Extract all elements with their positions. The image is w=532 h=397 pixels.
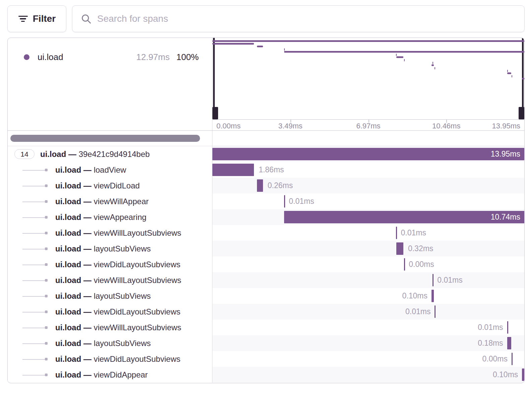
span-bar[interactable] [507,321,508,334]
span-waterfall-cell[interactable]: 0.00ms [212,351,524,367]
scroll-strip [8,131,524,146]
span-tree-cell[interactable]: ui.load — layoutSubViews [8,288,212,304]
span-row[interactable]: 14ui.load — 39e421c9d4914beb13.95ms [8,146,524,162]
span-tree-cell[interactable]: ui.load — viewWillAppear [8,193,212,209]
span-row[interactable]: ui.load — viewWillAppear0.01ms [8,193,524,209]
span-duration-label: 0.10ms [402,288,427,304]
span-row[interactable]: ui.load — loadView1.86ms [8,162,524,178]
minimap-left-handle[interactable] [212,38,218,119]
span-waterfall-cell[interactable]: 0.10ms [212,288,524,304]
minimap-span-bar [404,59,405,61]
span-tree-cell[interactable]: ui.load — loadView [8,162,212,178]
span-tree-cell[interactable]: ui.load — viewDidLayoutSubviews [8,257,212,272]
span-tree-cell[interactable]: ui.load — layoutSubViews [8,335,212,351]
span-row[interactable]: ui.load — viewWillLayoutSubviews0.01ms [8,272,524,288]
span-bar[interactable] [396,227,397,239]
span-tree-cell[interactable]: ui.load — viewWillLayoutSubviews [8,272,212,288]
span-row[interactable]: ui.load — viewWillLayoutSubviews0.01ms [8,320,524,335]
span-tree-cell[interactable]: ui.load — viewDidAppear [8,367,212,383]
span-row[interactable]: ui.load — viewDidLoad0.26ms [8,178,524,193]
span-bar[interactable] [396,242,403,255]
search-input[interactable] [97,13,516,24]
span-duration-label: 0.01ms [437,272,462,288]
panel-top-section: ui.load 12.97ms 100% 0.00ms3.49ms6.97ms1… [8,38,524,131]
span-row[interactable]: ui.load — viewDidLayoutSubviews0.00ms [8,351,524,367]
minimap-span-bar [212,40,524,42]
span-waterfall-cell[interactable]: 0.26ms [212,178,524,193]
op-color-dot [24,54,29,60]
span-row[interactable]: ui.load — layoutSubViews0.32ms [8,241,524,257]
span-tree-cell[interactable]: ui.load — layoutSubViews [8,241,212,257]
span-bar[interactable] [284,211,524,223]
span-waterfall-cell[interactable]: 0.00ms [212,257,524,272]
span-row[interactable]: ui.load — viewWillLayoutSubviews0.01ms [8,225,524,241]
span-duration-label: 0.32ms [408,241,433,257]
span-waterfall-cell[interactable]: 1.86ms [212,162,524,178]
span-bar[interactable] [284,195,285,208]
span-tree-cell[interactable]: ui.load — viewAppearing [8,209,212,225]
span-label: ui.load — viewDidLayoutSubviews [55,307,180,317]
span-bar[interactable] [433,274,434,286]
span-waterfall-cell[interactable]: 0.01ms [212,193,524,209]
tree-node-dot [45,374,48,376]
span-bar[interactable] [512,353,513,365]
horizontal-scrollbar[interactable] [10,135,200,142]
tree-connector [22,328,46,328]
tree-connector [22,186,46,186]
tree-node-dot [45,279,48,282]
span-row[interactable]: ui.load — layoutSubViews0.18ms [8,335,524,351]
scroll-strip-right [212,131,524,146]
span-bar[interactable] [507,337,511,349]
span-tree-cell[interactable]: ui.load — viewDidLoad [8,178,212,193]
span-label: ui.load — viewDidLayoutSubviews [55,354,180,364]
span-waterfall-cell[interactable]: 0.01ms [212,272,524,288]
minimap-span-bar [507,72,511,74]
span-row[interactable]: ui.load — viewDidLayoutSubviews0.00ms [8,257,524,272]
span-bar[interactable] [404,258,405,271]
span-label: ui.load — viewWillAppear [55,197,149,206]
span-tree-cell[interactable]: ui.load — viewWillLayoutSubviews [8,320,212,335]
child-count-badge[interactable]: 14 [14,149,35,159]
span-row[interactable]: ui.load — layoutSubViews0.10ms [8,288,524,304]
span-waterfall-cell[interactable]: 0.01ms [212,225,524,241]
minimap-span-bar [396,54,397,56]
span-row[interactable]: ui.load — viewAppearing10.74ms [8,209,524,225]
span-bar[interactable] [522,368,524,381]
minimap-span-bar [212,43,254,45]
span-tree-cell[interactable]: ui.load — viewDidLayoutSubviews [8,304,212,320]
span-row[interactable]: ui.load — viewDidAppear0.10ms [8,367,524,383]
span-bar[interactable] [435,305,436,318]
span-waterfall-cell[interactable]: 0.32ms [212,241,524,257]
span-tree-cell[interactable]: ui.load — viewWillLayoutSubviews [8,225,212,241]
span-waterfall-cell[interactable]: 10.74ms [212,209,524,225]
span-bar[interactable] [212,164,254,176]
span-row[interactable]: ui.load — viewDidLayoutSubviews0.01ms [8,304,524,320]
span-waterfall-cell[interactable]: 13.95ms [212,146,524,162]
span-waterfall-cell[interactable]: 0.18ms [212,335,524,351]
span-waterfall-cell[interactable]: 0.01ms [212,304,524,320]
span-duration-label: 0.01ms [289,193,314,209]
tree-connector [22,359,46,360]
toolbar: Filter [7,5,525,32]
span-bar[interactable] [212,148,524,160]
trace-minimap[interactable] [212,38,524,119]
op-summary-row[interactable]: ui.load 12.97ms 100% [24,52,199,62]
span-waterfall-cell[interactable]: 0.01ms [212,320,524,335]
span-waterfall-cell[interactable]: 0.10ms [212,367,524,383]
minimap-span-bar [433,62,433,64]
filter-button[interactable]: Filter [7,5,66,32]
tree-connector [22,170,46,171]
span-bar[interactable] [431,290,434,302]
root-span-label: ui.load — 39e421c9d4914beb [40,150,150,159]
minimap-span-bar [522,78,524,79]
span-bar[interactable] [257,179,263,192]
tree-connector [22,375,46,376]
span-search-box[interactable] [72,5,525,32]
span-tree-cell[interactable]: 14ui.load — 39e421c9d4914beb [8,146,212,162]
tree-node-dot [45,247,48,250]
tree-node-dot [45,200,48,203]
span-label: ui.load — viewWillLayoutSubviews [55,323,181,332]
span-rows: 14ui.load — 39e421c9d4914beb13.95msui.lo… [8,146,524,383]
axis-tick-label: 10.46ms [432,122,460,130]
span-tree-cell[interactable]: ui.load — viewDidLayoutSubviews [8,351,212,367]
